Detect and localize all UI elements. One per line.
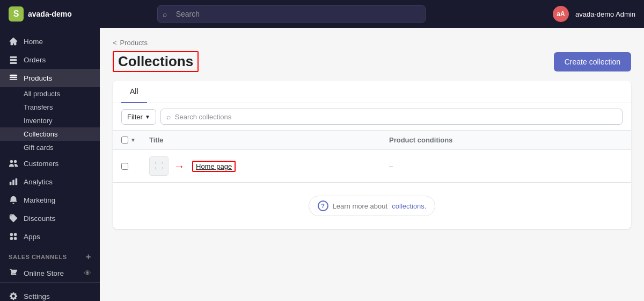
eye-icon[interactable]: 👁 — [84, 269, 91, 277]
row-conditions-cell: – — [389, 162, 623, 170]
sidebar-sub-gift-cards[interactable]: Gift cards — [0, 141, 100, 154]
create-collection-button[interactable]: Create collection — [554, 52, 631, 71]
sales-channels-header: SALES CHANNELS + — [0, 246, 100, 264]
products-icon — [9, 73, 18, 83]
header-checkbox-cell: ▼ — [121, 137, 143, 144]
sidebar-item-home[interactable]: Home — [0, 32, 100, 51]
store-name: avada-demo — [28, 10, 72, 18]
row-thumbnail: ⛶ — [149, 156, 169, 176]
sidebar-item-products[interactable]: Products — [0, 69, 100, 87]
page-title: Collections — [113, 51, 199, 72]
red-arrow-annotation: → — [174, 160, 185, 173]
sidebar-item-online-store[interactable]: Online Store 👁 — [0, 264, 100, 282]
tabs-bar: All — [113, 81, 631, 103]
sidebar-item-discounts[interactable]: Discounts — [0, 209, 100, 227]
row-checkbox[interactable] — [121, 163, 128, 170]
learn-more-text: Learn more about — [333, 202, 388, 210]
sidebar-label-analytics: Analytics — [24, 178, 53, 186]
table-header: ▼ Title Product conditions — [113, 131, 631, 150]
settings-label: Settings — [24, 292, 50, 300]
row-checkbox-cell[interactable] — [121, 163, 143, 170]
sidebar-item-analytics[interactable]: Analytics — [0, 173, 100, 191]
sidebar-label-apps: Apps — [24, 233, 40, 241]
sidebar-label-orders: Orders — [24, 56, 46, 64]
apps-icon — [9, 232, 18, 241]
select-all-checkbox[interactable] — [121, 137, 128, 144]
sidebar-label-marketing: Marketing — [24, 196, 55, 204]
breadcrumb-products-link[interactable]: Products — [120, 39, 148, 47]
orders-icon — [9, 55, 18, 64]
learn-more-pill: ? Learn more about collections. — [309, 196, 436, 216]
image-placeholder-icon: ⛶ — [155, 161, 163, 171]
analytics-icon — [9, 177, 18, 187]
customers-icon — [9, 159, 18, 168]
marketing-icon — [9, 195, 18, 205]
collections-learn-more-link[interactable]: collections. — [392, 202, 426, 210]
collection-title-link[interactable]: Home page — [192, 161, 236, 172]
avatar[interactable]: aA — [553, 6, 569, 22]
sidebar-item-customers[interactable]: Customers — [0, 154, 100, 173]
sidebar-label-customers: Customers — [24, 160, 58, 168]
filter-button[interactable]: Filter ▼ — [121, 109, 156, 125]
row-title-cell: ⛶ → Home page — [149, 156, 383, 176]
main-content: < Products Collections Create collection… — [100, 28, 644, 301]
sidebar-label-home: Home — [24, 38, 43, 46]
sidebar-bottom: Settings — [0, 282, 100, 301]
breadcrumb-separator: < — [113, 39, 117, 47]
sidebar-label-products: Products — [24, 74, 52, 82]
shopify-icon: S — [9, 6, 24, 22]
column-header-title: Title — [149, 136, 383, 144]
sidebar-item-settings[interactable]: Settings — [0, 287, 100, 301]
online-store-icon — [9, 268, 18, 278]
sidebar-label-discounts: Discounts — [24, 214, 55, 223]
search-icon: ⌕ — [163, 10, 167, 18]
add-sales-channel-icon[interactable]: + — [86, 252, 91, 262]
settings-icon — [9, 291, 18, 301]
search-bar[interactable]: ⌕ — [157, 5, 426, 23]
column-header-conditions: Product conditions — [389, 136, 623, 144]
search-collections-icon: ⌕ — [166, 112, 171, 121]
table-row: ⛶ → Home page – — [113, 150, 631, 183]
sidebar-item-apps[interactable]: Apps — [0, 227, 100, 246]
search-input[interactable] — [157, 5, 426, 23]
chevron-down-icon: ▼ — [145, 114, 150, 120]
discounts-icon — [9, 213, 18, 223]
search-collections-bar[interactable]: ⌕ — [160, 109, 623, 125]
sidebar-sub-collections[interactable]: Collections — [0, 127, 100, 141]
sidebar-item-marketing[interactable]: Marketing — [0, 191, 100, 209]
sidebar-sub-all-products[interactable]: All products — [0, 87, 100, 101]
filter-bar: Filter ▼ ⌕ — [113, 103, 631, 131]
top-nav-right: aA avada-demo Admin — [553, 6, 635, 22]
sidebar-sub-inventory[interactable]: Inventory — [0, 114, 100, 127]
sidebar: Home Orders Products All products Transf… — [0, 28, 100, 301]
search-collections-input[interactable] — [175, 113, 617, 121]
sidebar-item-orders[interactable]: Orders — [0, 51, 100, 69]
collections-card: All Filter ▼ ⌕ ▼ Title P — [113, 81, 631, 229]
breadcrumb: < Products — [113, 39, 631, 47]
home-icon — [9, 37, 18, 46]
admin-name: avada-demo Admin — [575, 10, 635, 18]
tab-all[interactable]: All — [121, 81, 147, 103]
page-header: Collections Create collection — [113, 51, 631, 72]
store-logo[interactable]: S avada-demo — [9, 6, 89, 22]
sort-chevron-icon: ▼ — [130, 137, 136, 143]
learn-more-section: ? Learn more about collections. — [113, 183, 631, 229]
help-icon: ? — [318, 200, 328, 211]
top-navigation: S avada-demo ⌕ aA avada-demo Admin — [0, 0, 644, 28]
sidebar-sub-transfers[interactable]: Transfers — [0, 101, 100, 114]
online-store-left: Online Store — [9, 268, 64, 278]
